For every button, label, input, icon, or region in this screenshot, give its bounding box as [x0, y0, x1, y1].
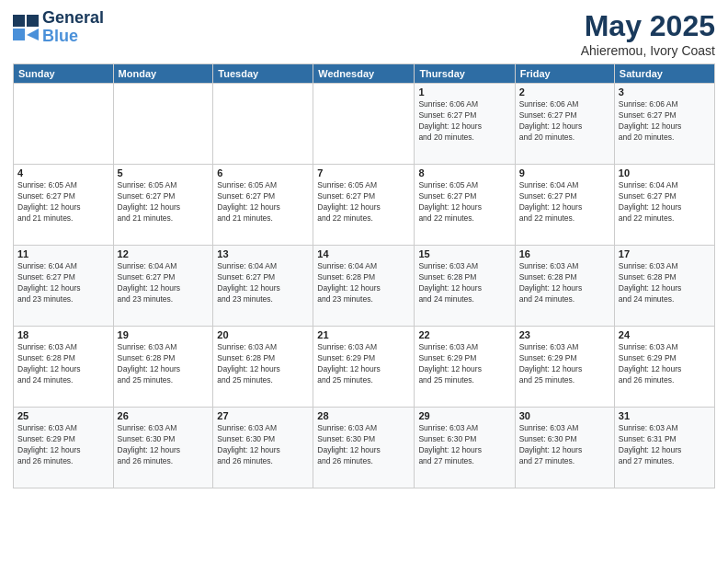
day-number: 26 — [118, 410, 210, 421]
day-detail: Sunrise: 6:03 AM Sunset: 6:28 PM Dayligh… — [519, 261, 610, 305]
calendar-cell: 19Sunrise: 6:03 AM Sunset: 6:28 PM Dayli… — [113, 327, 213, 408]
calendar-cell: 13Sunrise: 6:04 AM Sunset: 6:27 PM Dayli… — [213, 246, 313, 327]
calendar-table: Sunday Monday Tuesday Wednesday Thursday… — [13, 63, 715, 488]
calendar-cell: 21Sunrise: 6:03 AM Sunset: 6:29 PM Dayli… — [313, 327, 415, 408]
day-number: 20 — [217, 329, 309, 340]
day-number: 1 — [418, 86, 510, 98]
calendar-week-5: 25Sunrise: 6:03 AM Sunset: 6:29 PM Dayli… — [14, 408, 715, 488]
day-detail: Sunrise: 6:03 AM Sunset: 6:29 PM Dayligh… — [519, 342, 610, 386]
day-detail: Sunrise: 6:03 AM Sunset: 6:29 PM Dayligh… — [317, 342, 410, 386]
day-number: 16 — [519, 248, 610, 259]
calendar-cell: 20Sunrise: 6:03 AM Sunset: 6:28 PM Dayli… — [213, 327, 313, 408]
day-number: 22 — [418, 329, 510, 340]
day-number: 25 — [17, 410, 109, 421]
day-number: 30 — [519, 410, 610, 421]
calendar-cell: 18Sunrise: 6:03 AM Sunset: 6:28 PM Dayli… — [14, 327, 114, 408]
calendar-cell: 9Sunrise: 6:04 AM Sunset: 6:27 PM Daylig… — [515, 165, 614, 246]
day-detail: Sunrise: 6:03 AM Sunset: 6:30 PM Dayligh… — [418, 423, 510, 467]
calendar-cell — [213, 84, 313, 165]
day-detail: Sunrise: 6:06 AM Sunset: 6:27 PM Dayligh… — [619, 99, 711, 144]
day-detail: Sunrise: 6:03 AM Sunset: 6:31 PM Dayligh… — [619, 423, 711, 467]
day-detail: Sunrise: 6:03 AM Sunset: 6:29 PM Dayligh… — [17, 423, 109, 467]
day-detail: Sunrise: 6:04 AM Sunset: 6:27 PM Dayligh… — [17, 261, 109, 305]
calendar-cell: 23Sunrise: 6:03 AM Sunset: 6:29 PM Dayli… — [515, 327, 614, 408]
day-detail: Sunrise: 6:05 AM Sunset: 6:27 PM Dayligh… — [118, 180, 210, 224]
calendar-week-1: 1Sunrise: 6:06 AM Sunset: 6:27 PM Daylig… — [14, 84, 715, 165]
day-number: 29 — [418, 410, 510, 421]
calendar-cell: 8Sunrise: 6:05 AM Sunset: 6:27 PM Daylig… — [415, 165, 515, 246]
day-detail: Sunrise: 6:03 AM Sunset: 6:30 PM Dayligh… — [317, 423, 410, 467]
day-number: 9 — [519, 167, 610, 178]
col-sunday: Sunday — [14, 64, 114, 84]
day-detail: Sunrise: 6:03 AM Sunset: 6:28 PM Dayligh… — [118, 342, 210, 386]
day-detail: Sunrise: 6:04 AM Sunset: 6:27 PM Dayligh… — [217, 261, 309, 305]
header: General Blue May 2025 Ahieremou, Ivory C… — [13, 9, 715, 58]
day-number: 4 — [17, 167, 109, 178]
calendar-cell: 4Sunrise: 6:05 AM Sunset: 6:27 PM Daylig… — [14, 165, 114, 246]
calendar-week-3: 11Sunrise: 6:04 AM Sunset: 6:27 PM Dayli… — [14, 246, 715, 327]
day-number: 3 — [619, 86, 711, 98]
calendar-cell: 26Sunrise: 6:03 AM Sunset: 6:30 PM Dayli… — [113, 408, 213, 488]
calendar-cell — [14, 84, 114, 165]
calendar-cell: 2Sunrise: 6:06 AM Sunset: 6:27 PM Daylig… — [515, 84, 614, 165]
day-detail: Sunrise: 6:04 AM Sunset: 6:27 PM Dayligh… — [519, 180, 610, 224]
calendar-cell: 31Sunrise: 6:03 AM Sunset: 6:31 PM Dayli… — [614, 408, 714, 488]
col-saturday: Saturday — [614, 64, 714, 84]
calendar-cell: 27Sunrise: 6:03 AM Sunset: 6:30 PM Dayli… — [213, 408, 313, 488]
col-thursday: Thursday — [415, 64, 515, 84]
calendar-week-2: 4Sunrise: 6:05 AM Sunset: 6:27 PM Daylig… — [14, 165, 715, 246]
day-detail: Sunrise: 6:05 AM Sunset: 6:27 PM Dayligh… — [418, 180, 510, 224]
day-detail: Sunrise: 6:03 AM Sunset: 6:30 PM Dayligh… — [217, 423, 309, 467]
day-detail: Sunrise: 6:03 AM Sunset: 6:30 PM Dayligh… — [118, 423, 210, 467]
calendar-cell: 1Sunrise: 6:06 AM Sunset: 6:27 PM Daylig… — [415, 84, 515, 165]
logo-line2: Blue — [42, 28, 104, 46]
day-detail: Sunrise: 6:04 AM Sunset: 6:28 PM Dayligh… — [317, 261, 410, 305]
day-number: 31 — [619, 410, 711, 421]
day-number: 8 — [418, 167, 510, 178]
day-number: 27 — [217, 410, 309, 421]
day-number: 10 — [619, 167, 711, 178]
page: General Blue May 2025 Ahieremou, Ivory C… — [0, 0, 728, 563]
day-number: 17 — [619, 248, 711, 259]
day-number: 15 — [418, 248, 510, 259]
svg-rect-1 — [27, 15, 39, 27]
calendar-cell: 29Sunrise: 6:03 AM Sunset: 6:30 PM Dayli… — [415, 408, 515, 488]
day-number: 18 — [17, 329, 109, 340]
main-title: May 2025 — [581, 9, 715, 43]
svg-marker-3 — [27, 29, 39, 40]
day-detail: Sunrise: 6:03 AM Sunset: 6:30 PM Dayligh… — [519, 423, 610, 467]
day-number: 19 — [118, 329, 210, 340]
day-detail: Sunrise: 6:04 AM Sunset: 6:27 PM Dayligh… — [118, 261, 210, 305]
day-number: 14 — [317, 248, 410, 259]
col-tuesday: Tuesday — [213, 64, 313, 84]
day-detail: Sunrise: 6:05 AM Sunset: 6:27 PM Dayligh… — [217, 180, 309, 224]
subtitle: Ahieremou, Ivory Coast — [581, 43, 715, 58]
calendar-cell: 14Sunrise: 6:04 AM Sunset: 6:28 PM Dayli… — [313, 246, 415, 327]
calendar-cell: 17Sunrise: 6:03 AM Sunset: 6:28 PM Dayli… — [614, 246, 714, 327]
day-number: 24 — [619, 329, 711, 340]
logo-line1: General — [42, 9, 104, 28]
day-detail: Sunrise: 6:03 AM Sunset: 6:29 PM Dayligh… — [619, 342, 711, 386]
day-number: 6 — [217, 167, 309, 178]
calendar-cell: 7Sunrise: 6:05 AM Sunset: 6:27 PM Daylig… — [313, 165, 415, 246]
calendar-cell: 5Sunrise: 6:05 AM Sunset: 6:27 PM Daylig… — [113, 165, 213, 246]
day-number: 11 — [17, 248, 109, 259]
calendar-cell: 22Sunrise: 6:03 AM Sunset: 6:29 PM Dayli… — [415, 327, 515, 408]
calendar-cell: 16Sunrise: 6:03 AM Sunset: 6:28 PM Dayli… — [515, 246, 614, 327]
title-block: May 2025 Ahieremou, Ivory Coast — [581, 9, 715, 58]
day-number: 13 — [217, 248, 309, 259]
calendar-cell: 24Sunrise: 6:03 AM Sunset: 6:29 PM Dayli… — [614, 327, 714, 408]
logo: General Blue — [13, 9, 104, 46]
day-detail: Sunrise: 6:06 AM Sunset: 6:27 PM Dayligh… — [418, 99, 510, 144]
day-number: 12 — [118, 248, 210, 259]
day-detail: Sunrise: 6:03 AM Sunset: 6:28 PM Dayligh… — [17, 342, 109, 386]
col-wednesday: Wednesday — [313, 64, 415, 84]
calendar-cell: 30Sunrise: 6:03 AM Sunset: 6:30 PM Dayli… — [515, 408, 614, 488]
calendar-header-row: Sunday Monday Tuesday Wednesday Thursday… — [14, 64, 715, 84]
calendar-week-4: 18Sunrise: 6:03 AM Sunset: 6:28 PM Dayli… — [14, 327, 715, 408]
day-number: 2 — [519, 86, 610, 98]
day-number: 7 — [317, 167, 410, 178]
calendar-cell: 10Sunrise: 6:04 AM Sunset: 6:27 PM Dayli… — [614, 165, 714, 246]
calendar-cell: 11Sunrise: 6:04 AM Sunset: 6:27 PM Dayli… — [14, 246, 114, 327]
calendar-cell: 3Sunrise: 6:06 AM Sunset: 6:27 PM Daylig… — [614, 84, 714, 165]
